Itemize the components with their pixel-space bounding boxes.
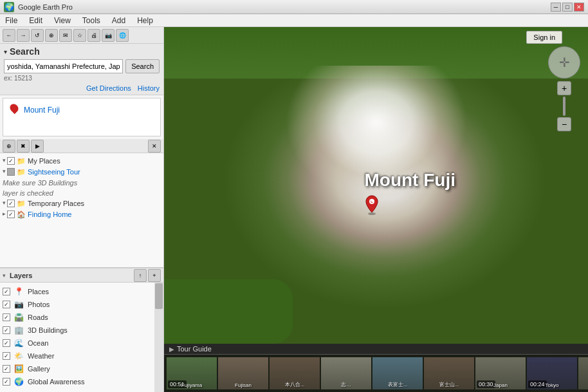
sightseeing-note-text: Make sure 3D Buildings [3, 179, 77, 187]
tour-thumbnail[interactable]: Honshu [578, 357, 588, 389]
map-area[interactable]: Mount Fuji ⚑ Sign in ✛ + − [164, 27, 588, 392]
finding-home-checkbox[interactable] [7, 210, 15, 218]
map-marker[interactable]: ⚑ [364, 194, 380, 217]
window-controls: ─ □ ✕ [551, 3, 584, 12]
menu-tools[interactable]: Tools [80, 16, 103, 25]
layer-checkbox[interactable] [3, 378, 10, 386]
layers-scrollbar[interactable] [154, 283, 163, 392]
search-input[interactable] [4, 59, 123, 73]
menu-file[interactable]: File [3, 16, 20, 25]
layer-item[interactable]: 🌍 Global Awareness [3, 375, 161, 388]
places-btn-1[interactable]: ⊕ [3, 140, 15, 153]
search-section: ▾ Search Search ex: 15213 Get Directions… [0, 44, 163, 95]
places-close-btn[interactable]: ✕ [148, 140, 161, 153]
layers-content: 📍 Places 📷 Photos 🛣️ Roads 🏢 3D Building… [0, 283, 163, 392]
zoom-out-button[interactable]: − [557, 117, 571, 131]
title-bar: 🌍 Google Earth Pro ─ □ ✕ [0, 0, 588, 14]
places-btn-2[interactable]: ✖ [17, 140, 30, 153]
tour-thumbnail[interactable]: Fujisan [218, 357, 268, 389]
layer-icon: 🏢 [12, 325, 25, 335]
layer-item[interactable]: 🌤️ Weather [3, 350, 161, 362]
temp-places-checkbox[interactable] [7, 200, 15, 207]
layer-label: Photos [28, 301, 50, 308]
sign-in-button[interactable]: Sign in [526, 31, 562, 44]
tour-thumbnail[interactable]: 富士山... [424, 357, 474, 389]
sightseeing-label[interactable]: Sightseeing Tour [28, 168, 80, 176]
sightseeing-checkbox[interactable] [7, 168, 15, 176]
tour-thumbnail[interactable]: 00:30Japan [475, 357, 526, 389]
toolbar-btn-4[interactable]: ⊕ [45, 29, 58, 42]
layer-item[interactable]: 📷 Photos [3, 298, 161, 311]
places-btn-3[interactable]: ▶ [31, 140, 44, 153]
zoom-slider-track [563, 97, 565, 116]
search-panel-title: Search [10, 46, 160, 57]
close-button[interactable]: ✕ [574, 3, 584, 12]
toolbar-btn-3[interactable]: ↺ [31, 29, 44, 42]
layer-icon: 🌊 [12, 338, 25, 348]
app-icon: 🌍 [4, 2, 14, 12]
menu-edit[interactable]: Edit [26, 16, 45, 25]
toolbar-btn-1[interactable]: ← [3, 29, 15, 42]
toolbar-btn-6[interactable]: ☆ [73, 29, 86, 42]
toolbar-btn-2[interactable]: → [17, 29, 30, 42]
my-places-item[interactable]: ▾ 📁 My Places [3, 156, 161, 167]
toolbar-btn-5[interactable]: ✉ [59, 29, 72, 42]
finding-home-item[interactable]: ▸ 🏠 Finding Home [3, 209, 161, 220]
tour-thumbnail[interactable]: 表富士... [372, 357, 423, 389]
history-link[interactable]: History [138, 84, 160, 92]
temp-places-arrow: ▾ [3, 200, 6, 206]
maximize-button[interactable]: □ [562, 3, 573, 12]
layer-icon: 🛣️ [12, 312, 25, 322]
result-label[interactable]: Mount Fuji [24, 106, 60, 115]
layer-checkbox[interactable] [3, 288, 10, 295]
sightseeing-tour-item[interactable]: ▾ 📁 Sightseeing Tour [3, 167, 161, 178]
layer-item[interactable]: 📍 Places [3, 285, 161, 298]
layers-btn-add[interactable]: + [148, 269, 161, 282]
layer-item[interactable]: 🖼️ Gallery [3, 362, 161, 375]
thumb-label: 表富士... [372, 381, 423, 388]
layer-item[interactable]: 🛣️ Roads [3, 311, 161, 324]
finding-home-label[interactable]: Finding Home [28, 210, 71, 218]
layers-btn-up[interactable]: ↑ [134, 269, 147, 282]
toolbar: ← → ↺ ⊕ ✉ ☆ 🖨 📷 🌐 [0, 27, 163, 44]
toolbar-btn-7[interactable]: 🖨 [87, 29, 100, 42]
tour-thumbnail[interactable]: 本八合... [270, 357, 320, 389]
layer-item[interactable]: 🌊 Ocean [3, 337, 161, 350]
my-places-folder-icon: 📁 [17, 157, 26, 165]
layer-checkbox[interactable] [3, 313, 10, 321]
tour-thumbnails: 00:51FujiyamaFujisan本八合...志…表富士...富士山...… [164, 355, 588, 392]
map-pin-icon: ⚑ [364, 194, 380, 215]
map-snowcap [280, 66, 473, 207]
layer-checkbox[interactable] [3, 339, 10, 347]
menu-help[interactable]: Help [134, 16, 156, 25]
tour-thumbnail[interactable]: 志… [321, 357, 371, 389]
get-directions-link[interactable]: Get Directions [86, 84, 131, 92]
menu-view[interactable]: View [51, 16, 73, 25]
layer-label: Gallery [28, 365, 50, 373]
tour-thumbnail[interactable]: 00:51Fujiyama [167, 357, 217, 389]
tour-guide-title: Tour Guide [177, 345, 212, 353]
zoom-in-button[interactable]: + [557, 81, 571, 95]
my-places-checkbox[interactable] [7, 157, 15, 165]
search-links: Get Directions History [4, 84, 160, 92]
layer-checkbox[interactable] [3, 365, 10, 373]
layer-label: 3D Buildings [28, 326, 68, 334]
layer-checkbox[interactable] [3, 301, 10, 308]
layers-expand-arrow[interactable]: ▾ [3, 272, 6, 279]
search-button[interactable]: Search [125, 59, 160, 73]
search-result-item[interactable]: Mount Fuji [3, 98, 160, 122]
layer-item[interactable]: 🏢 3D Buildings [3, 324, 161, 337]
layer-label: Global Awareness [28, 378, 84, 386]
temporary-places-item[interactable]: ▾ 📁 Temporary Places [3, 198, 161, 209]
layer-checkbox[interactable] [3, 352, 10, 360]
nav-pan-control[interactable]: ✛ [548, 46, 580, 79]
tree-expand-arrow: ▾ [3, 157, 6, 163]
tour-thumbnail[interactable]: 00:24Tokyo [527, 357, 577, 389]
menu-add[interactable]: Add [109, 16, 128, 25]
layer-checkbox[interactable] [3, 326, 10, 334]
toolbar-btn-9[interactable]: 🌐 [116, 29, 129, 42]
menu-bar: File Edit View Tools Add Help [0, 14, 588, 27]
minimize-button[interactable]: ─ [551, 3, 561, 12]
toolbar-btn-8[interactable]: 📷 [102, 29, 115, 42]
thumb-label: 本八合... [270, 381, 320, 388]
